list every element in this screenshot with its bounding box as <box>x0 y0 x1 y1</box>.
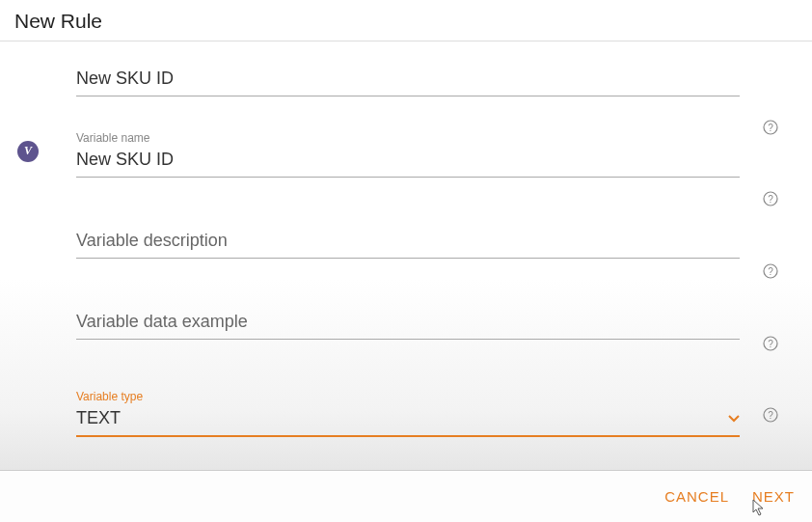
page-title: New Rule <box>14 10 798 33</box>
svg-text:?: ? <box>768 123 773 133</box>
svg-text:?: ? <box>768 194 773 205</box>
variable-type-label: Variable type <box>76 390 740 403</box>
variable-type-value: TEXT <box>76 405 121 431</box>
help-icon[interactable]: ? <box>763 263 778 279</box>
content-area: Variable name Variable type TEXT ? ? ? ? <box>0 46 812 470</box>
dialog-footer: CANCEL NEXT <box>0 470 812 522</box>
field-variable-example[interactable] <box>76 303 740 340</box>
help-icon[interactable]: ? <box>763 407 778 423</box>
fields-container: Variable name Variable type TEXT <box>76 60 740 437</box>
variable-example-input[interactable] <box>76 309 740 335</box>
help-icon[interactable]: ? <box>763 336 778 351</box>
field-unnamed[interactable] <box>76 60 740 96</box>
next-button[interactable]: NEXT <box>741 481 806 512</box>
svg-text:?: ? <box>768 410 773 421</box>
svg-text:?: ? <box>768 339 773 349</box>
cancel-button[interactable]: CANCEL <box>653 481 741 512</box>
svg-text:?: ? <box>768 266 773 277</box>
help-icon[interactable]: ? <box>763 191 778 206</box>
unnamed-input[interactable] <box>76 66 740 92</box>
field-variable-name[interactable]: Variable name <box>76 125 740 178</box>
chevron-down-icon <box>728 415 740 423</box>
dialog-header: New Rule <box>0 0 812 41</box>
help-icon[interactable]: ? <box>763 120 778 135</box>
field-variable-type[interactable]: Variable type TEXT <box>76 384 740 437</box>
variable-description-input[interactable] <box>76 228 740 254</box>
variable-name-label: Variable name <box>76 131 740 145</box>
variable-name-input[interactable] <box>76 147 740 173</box>
variable-step-icon <box>17 141 39 162</box>
variable-type-select[interactable]: TEXT <box>76 405 740 431</box>
field-variable-description[interactable] <box>76 222 740 259</box>
